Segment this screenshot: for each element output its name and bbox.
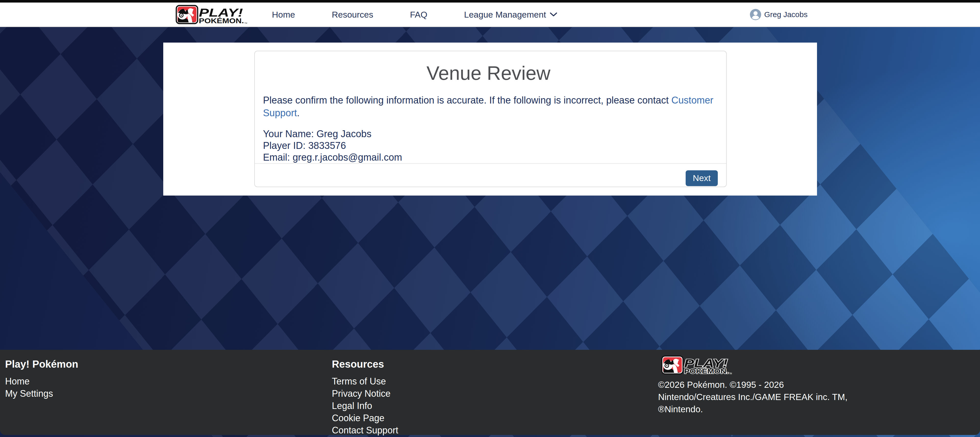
next-button[interactable]: Next (686, 170, 718, 186)
copyright-line-3: ®Nintendo. (658, 403, 847, 415)
footer-link-cookie-page[interactable]: Cookie Page (332, 412, 398, 424)
player-info-block: Your Name: Greg Jacobs Player ID: 383357… (263, 128, 714, 163)
avatar-icon (750, 9, 761, 20)
site-footer: Play! Pokémon Home My Settings Resources… (0, 350, 980, 435)
nav-resources-label: Resources (332, 10, 374, 20)
footer-column-play-pokemon: Play! Pokémon Home My Settings (5, 350, 78, 400)
nav-league-management-label: League Management (464, 10, 546, 20)
footer-brand-tm-text: TM (729, 372, 732, 375)
main-content-panel: Venue Review Please confirm the followin… (163, 43, 817, 195)
nav-resources[interactable]: Resources (332, 10, 374, 20)
nav-home[interactable]: Home (272, 10, 295, 20)
footer-column-legal: PLAY! POKÉMON. TM ©2026 Pokémon. ©1995 -… (658, 350, 847, 415)
player-email-line: Email: greg.r.jacobs@gmail.com (263, 151, 714, 163)
user-name-label: Greg Jacobs (764, 10, 808, 19)
page: PLAY! POKÉMON. TM Home Resources FAQ Lea… (0, 0, 980, 437)
chevron-down-icon (550, 12, 557, 17)
footer-link-contact-support[interactable]: Contact Support (332, 424, 398, 437)
footer-heading-resources: Resources (332, 358, 398, 370)
top-nav-bar: PLAY! POKÉMON. TM Home Resources FAQ Lea… (0, 0, 980, 27)
venue-review-card: Venue Review Please confirm the followin… (254, 51, 727, 187)
confirm-instructions-suffix: . (297, 108, 300, 118)
player-name-line: Your Name: Greg Jacobs (263, 128, 714, 140)
footer-brand-pokemon-text: POKÉMON. (684, 367, 729, 375)
confirm-instructions-prefix: Please confirm the following information… (263, 95, 671, 106)
footer-link-home[interactable]: Home (5, 375, 78, 388)
brand-tm-text: TM (244, 22, 247, 24)
brand-pokemon-text: POKÉMON. (199, 17, 244, 25)
copyright-line-2: Nintendo/Creatures Inc./GAME FREAK inc. … (658, 391, 847, 403)
copyright-line-1: ©2026 Pokémon. ©1995 - 2026 (658, 378, 847, 391)
footer-link-my-settings[interactable]: My Settings (5, 388, 78, 400)
footer-link-legal-info[interactable]: Legal Info (332, 400, 398, 412)
nav-league-management[interactable]: League Management (464, 10, 557, 20)
page-title: Venue Review (263, 62, 714, 84)
card-footer: Next (255, 163, 726, 187)
play-pokemon-logo-icon: PLAY! POKÉMON. TM (172, 4, 249, 25)
footer-play-pokemon-logo-icon: PLAY! POKÉMON. TM (658, 355, 733, 375)
footer-link-privacy-notice[interactable]: Privacy Notice (332, 388, 398, 400)
nav-faq-label: FAQ (410, 10, 427, 20)
nav-home-label: Home (272, 10, 295, 20)
nav-faq[interactable]: FAQ (410, 10, 427, 20)
footer-link-terms-of-use[interactable]: Terms of Use (332, 375, 398, 388)
user-menu[interactable]: Greg Jacobs (750, 9, 808, 20)
venue-review-card-body: Venue Review Please confirm the followin… (255, 51, 726, 163)
footer-column-resources: Resources Terms of Use Privacy Notice Le… (332, 350, 398, 437)
copyright-text: ©2026 Pokémon. ©1995 - 2026 Nintendo/Cre… (658, 378, 847, 415)
player-id-line: Player ID: 3833576 (263, 140, 714, 151)
main-nav: Home Resources FAQ League Management (272, 10, 557, 20)
brand-logo-link[interactable]: PLAY! POKÉMON. TM (172, 4, 249, 25)
confirm-instructions: Please confirm the following information… (263, 94, 714, 119)
footer-heading-play-pokemon: Play! Pokémon (5, 358, 78, 370)
